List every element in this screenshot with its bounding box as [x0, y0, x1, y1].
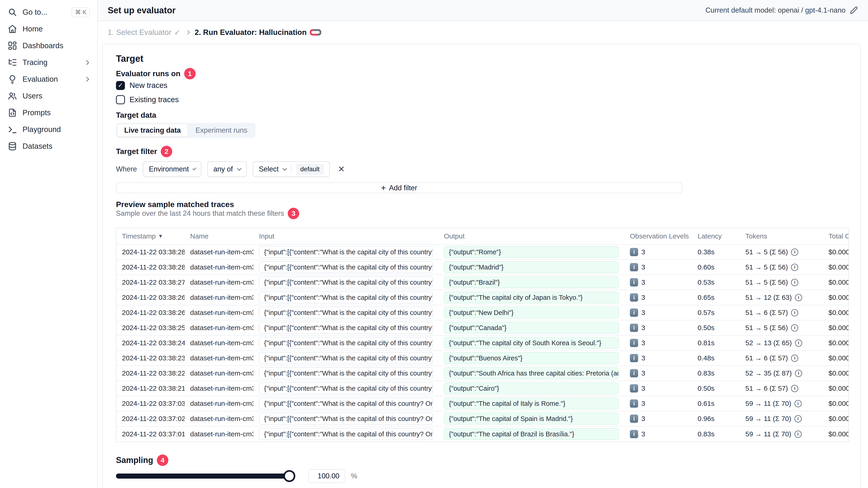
target-heading: Target — [116, 54, 849, 64]
tab-live-tracing-data[interactable]: Live tracing data — [117, 124, 188, 137]
sampling-label: Sampling 4 — [116, 455, 849, 465]
info-icon[interactable]: i — [791, 355, 798, 362]
output-cell: {"output":"Brazil"} — [438, 275, 624, 290]
output-cell: {"output":"The capital of Italy is Rome.… — [438, 396, 624, 411]
observation-level-icon: i — [630, 293, 638, 302]
info-icon[interactable]: i — [795, 370, 802, 377]
observation-levels-cell: i3 — [624, 381, 692, 396]
info-icon[interactable]: i — [795, 339, 802, 347]
input-cell: {"input":[{"content":"What is the capita… — [253, 351, 438, 365]
table-row[interactable]: 2024-11-22 03:38:21dataset-run-item-cm3s… — [117, 381, 848, 396]
name-cell: dataset-run-item-cm3s4 — [185, 305, 253, 320]
info-icon[interactable]: i — [795, 431, 802, 438]
goto-search[interactable]: Go to... ⌘ K — [4, 5, 93, 19]
sidebar-item-label: Tracing — [23, 58, 48, 67]
remove-filter-icon[interactable]: ✕ — [336, 164, 347, 174]
chevron-right-icon — [84, 77, 89, 82]
info-icon[interactable]: i — [795, 400, 802, 407]
observation-levels-cell: i3 — [624, 396, 692, 411]
checkbox-unchecked-icon — [116, 95, 125, 104]
input-cell: {"input":[{"content":"What is the capita… — [253, 411, 438, 426]
table-body: 2024-11-22 03:38:28dataset-run-item-cm3s… — [117, 245, 848, 442]
table-row[interactable]: 2024-11-22 03:38:28dataset-run-item-cm3s… — [117, 245, 848, 260]
sidebar-item-datasets[interactable]: Datasets — [4, 139, 93, 153]
timestamp-cell: 2024-11-22 03:38:28 — [117, 260, 185, 274]
filter-column-select[interactable]: Environment — [143, 161, 202, 177]
total-cost-cell: $0.000015 — [823, 290, 848, 305]
sidebar-item-evaluation[interactable]: Evaluation — [4, 72, 93, 86]
info-icon[interactable]: i — [791, 324, 798, 331]
sidebar-item-playground[interactable]: Playground — [4, 122, 93, 137]
sidebar-item-dashboards[interactable]: Dashboards — [4, 39, 93, 53]
column-header-timestamp[interactable]: Timestamp▼ — [117, 228, 185, 244]
info-icon[interactable]: i — [795, 294, 802, 301]
output-json-pill: {"output":"Brazil"} — [444, 276, 619, 288]
table-row[interactable]: 2024-11-22 03:38:25dataset-run-item-cm3s… — [117, 320, 848, 335]
observation-levels-cell: i3 — [624, 260, 692, 274]
sort-desc-icon: ▼ — [158, 233, 163, 239]
input-json-pill: {"input":[{"content":"What is the capita… — [259, 413, 433, 425]
breadcrumb-step1[interactable]: 1. Select Evaluator ✓ — [108, 28, 181, 37]
table-row[interactable]: 2024-11-22 03:38:22dataset-run-item-cm3s… — [117, 366, 848, 381]
table-row[interactable]: 2024-11-22 03:37:01dataset-run-item-cm3s… — [117, 426, 848, 442]
sidebar-item-prompts[interactable]: Prompts — [4, 106, 93, 120]
table-row[interactable]: 2024-11-22 03:37:03dataset-run-item-cm3s… — [117, 396, 848, 411]
observation-levels-cell: i3 — [624, 305, 692, 320]
info-icon[interactable]: i — [791, 249, 798, 256]
table-row[interactable]: 2024-11-22 03:37:02dataset-run-item-cm3s… — [117, 411, 848, 426]
tracing-icon — [7, 57, 18, 67]
table-row[interactable]: 2024-11-22 03:38:27dataset-run-item-cm3s… — [117, 275, 848, 290]
sampling-slider[interactable] — [116, 474, 289, 479]
breadcrumb: 1. Select Evaluator ✓ 2. Run Evaluator: … — [98, 21, 868, 43]
timestamp-cell: 2024-11-22 03:38:28 — [117, 245, 185, 259]
total-cost-cell: $0.000011i — [823, 305, 848, 320]
info-icon[interactable]: i — [791, 279, 798, 286]
chevron-down-icon — [237, 166, 242, 171]
observation-levels-cell: i3 — [624, 335, 692, 350]
output-json-pill: {"output":"Canada"} — [444, 322, 619, 334]
total-cost-cell: $0.000011i — [823, 320, 848, 335]
sidebar-item-label: Datasets — [23, 142, 52, 151]
sidebar-item-home[interactable]: Home — [4, 22, 93, 36]
name-cell: dataset-run-item-cm3s4 — [185, 366, 253, 381]
tokens-cell: 51 → 5 (Σ 56)i — [740, 320, 823, 335]
info-icon[interactable]: i — [791, 309, 798, 316]
edit-pencil-icon[interactable] — [849, 6, 858, 14]
column-header-total-cost: Total Cost — [823, 228, 848, 244]
sidebar-item-users[interactable]: Users — [4, 89, 93, 103]
tokens-cell: 51 → 6 (Σ 57)i — [740, 305, 823, 320]
preview-title: Preview sample matched traces — [116, 200, 849, 209]
latency-cell: 0.61s — [692, 396, 740, 411]
tab-experiment-runs[interactable]: Experiment runs — [188, 124, 254, 137]
input-json-pill: {"input":[{"content":"What is the capita… — [259, 261, 433, 273]
sampling-value-input[interactable]: 100.00 — [308, 469, 345, 483]
total-cost-cell: $0.000011i — [823, 260, 848, 274]
table-row[interactable]: 2024-11-22 03:38:26dataset-run-item-cm3s… — [117, 290, 848, 305]
info-icon[interactable]: i — [791, 264, 798, 271]
name-cell: dataset-run-item-cm3s4 — [185, 260, 253, 274]
info-icon[interactable]: i — [791, 385, 798, 392]
filter-value-select[interactable]: Select default — [253, 161, 330, 177]
filter-row: Where Environment any of Select default … — [116, 161, 849, 177]
add-filter-button[interactable]: + Add filter — [116, 183, 682, 193]
tokens-cell: 51 → 6 (Σ 57)i — [740, 351, 823, 365]
checkbox-new-traces[interactable]: ✓ New traces — [116, 79, 849, 92]
slider-thumb[interactable] — [283, 470, 295, 482]
table-row[interactable]: 2024-11-22 03:38:28dataset-run-item-cm3s… — [117, 260, 848, 275]
sidebar-item-tracing[interactable]: Tracing — [4, 55, 93, 70]
timestamp-cell: 2024-11-22 03:37:01 — [117, 426, 185, 442]
input-cell: {"input":[{"content":"What is the capita… — [253, 366, 438, 381]
total-cost-cell: $0.000011i — [823, 245, 848, 259]
checkbox-existing-traces[interactable]: Existing traces — [116, 93, 849, 106]
table-row[interactable]: 2024-11-22 03:38:24dataset-run-item-cm3s… — [117, 335, 848, 351]
table-row[interactable]: 2024-11-22 03:38:23dataset-run-item-cm3s… — [117, 351, 848, 366]
table-row[interactable]: 2024-11-22 03:38:26dataset-run-item-cm3s… — [117, 305, 848, 320]
sidebar-item-label: Users — [23, 92, 42, 100]
latency-cell: 0.38s — [692, 245, 740, 259]
name-cell: dataset-run-item-cm3s4 — [185, 396, 253, 411]
timestamp-cell: 2024-11-22 03:38:25 — [117, 320, 185, 335]
info-icon[interactable]: i — [795, 415, 802, 422]
filter-operator-select[interactable]: any of — [207, 161, 247, 177]
goto-label: Go to... — [23, 8, 47, 17]
home-icon — [7, 24, 18, 34]
